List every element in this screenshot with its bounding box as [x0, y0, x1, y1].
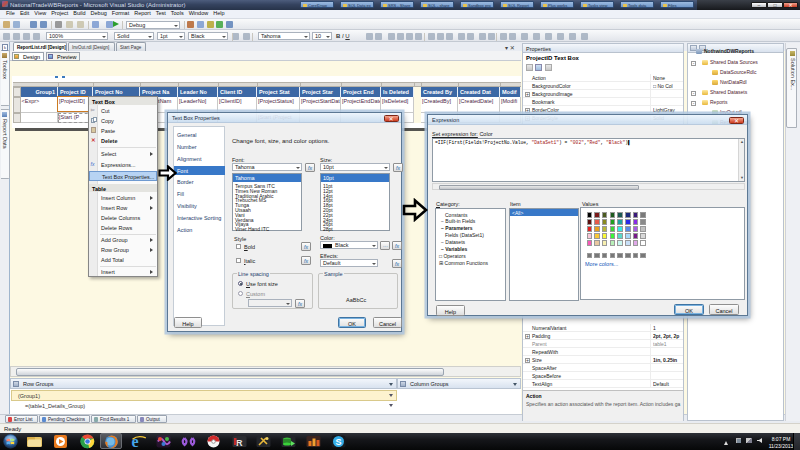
- svg-text:S: S: [336, 437, 342, 447]
- svg-text:R: R: [236, 438, 243, 448]
